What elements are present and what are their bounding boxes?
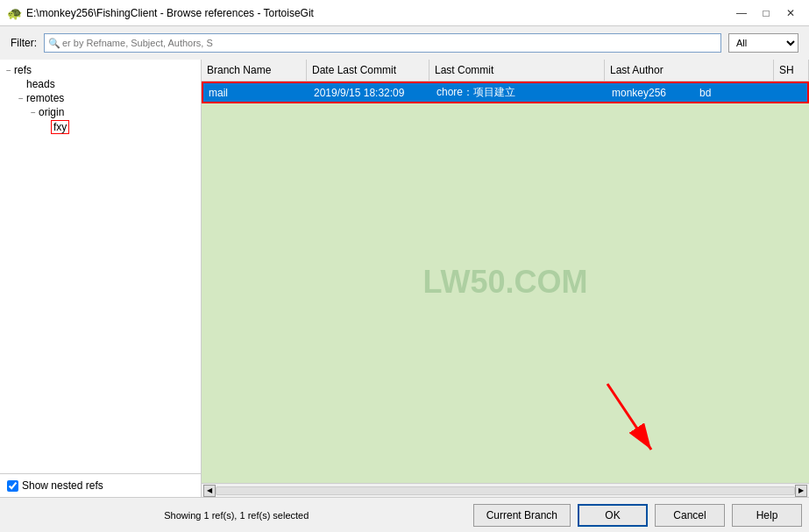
scrollbar-track[interactable]: [216, 486, 795, 495]
table-body: mail 2019/9/15 18:32:09 chore：项目建立 monke…: [202, 82, 809, 483]
tree-item-origin[interactable]: − origin: [0, 105, 201, 119]
tree-footer: Show nested refs: [0, 473, 201, 497]
td-branch: mail: [203, 85, 309, 101]
th-date-label: Date Last Commit: [312, 64, 396, 76]
scroll-left-btn[interactable]: ◀: [203, 485, 216, 497]
tree-panel: − refs heads − remotes − origin: [0, 60, 202, 497]
th-lastauthor-label: Last Author: [610, 64, 664, 76]
minimize-button[interactable]: —: [730, 4, 753, 23]
title-bar: 🐢 E:\monkey256\FishingClient - Browse re…: [0, 0, 809, 26]
tree-item-heads[interactable]: heads: [0, 77, 201, 91]
red-arrow-svg: [599, 375, 669, 463]
th-branch-label: Branch Name: [207, 64, 271, 76]
table-panel: Branch Name Date Last Commit Last Commit…: [202, 60, 809, 497]
ok-button[interactable]: OK: [578, 504, 648, 527]
tree-label-fxy: fxy: [51, 120, 69, 134]
expand-refs-icon: −: [4, 66, 14, 75]
tree-label-remotes: remotes: [26, 92, 64, 104]
tree-label-origin: origin: [39, 106, 64, 118]
show-nested-refs-checkbox[interactable]: [7, 480, 18, 492]
current-branch-button[interactable]: Current Branch: [473, 504, 571, 527]
table-header: Branch Name Date Last Commit Last Commit…: [202, 60, 809, 82]
th-sh-label: SH: [779, 64, 794, 76]
status-showing: Showing 1 ref(s), 1 ref(s) selected: [164, 510, 309, 521]
status-bar: Showing 1 ref(s), 1 ref(s) selected Curr…: [0, 497, 809, 532]
td-sh: bd: [694, 85, 729, 101]
cancel-button[interactable]: Cancel: [655, 504, 725, 527]
window-title: E:\monkey256\FishingClient - Browse refe…: [26, 7, 314, 19]
show-nested-refs-text: Show nested refs: [22, 479, 103, 492]
watermark: LW50.COM: [422, 264, 587, 301]
app-icon: 🐢: [7, 6, 21, 20]
td-lastcommit: chore：项目建立: [431, 83, 607, 102]
table-row[interactable]: mail 2019/9/15 18:32:09 chore：项目建立 monke…: [202, 82, 809, 103]
svg-line-1: [607, 384, 651, 450]
td-date: 2019/9/15 18:32:09: [309, 85, 431, 101]
tree-item-fxy[interactable]: fxy: [0, 119, 201, 135]
show-nested-refs-label[interactable]: Show nested refs: [7, 479, 103, 492]
title-bar-left: 🐢 E:\monkey256\FishingClient - Browse re…: [7, 6, 314, 20]
expand-remotes-icon: −: [16, 94, 26, 103]
search-icon: 🔍: [48, 38, 60, 49]
td-lastauthor: monkey256: [607, 85, 694, 101]
filter-bar: Filter: 🔍 All Heads Remotes Tags: [0, 26, 809, 60]
title-controls: — □ ✕: [730, 4, 802, 23]
th-lastauthor[interactable]: Last Author: [605, 60, 774, 81]
th-date[interactable]: Date Last Commit: [307, 60, 429, 81]
filter-dropdown[interactable]: All Heads Remotes Tags: [728, 33, 798, 53]
scrollbar-row: ◀ ▶: [202, 483, 809, 497]
close-button[interactable]: ✕: [779, 4, 802, 23]
tree-label-refs: refs: [14, 64, 32, 76]
status-text: Showing 1 ref(s), 1 ref(s) selected: [7, 510, 466, 521]
scroll-right-btn[interactable]: ▶: [795, 485, 807, 497]
filter-label: Filter:: [11, 37, 37, 49]
tree-label-heads: heads: [26, 78, 55, 90]
body-split: − refs heads − remotes − origin: [0, 60, 809, 497]
expand-origin-icon: −: [28, 108, 39, 117]
arrow-annotation: [599, 375, 669, 465]
tree-item-refs[interactable]: − refs: [0, 63, 201, 77]
tree-content: − refs heads − remotes − origin: [0, 60, 201, 473]
help-button[interactable]: Help: [732, 504, 802, 527]
th-branch[interactable]: Branch Name: [202, 60, 307, 81]
th-sh[interactable]: SH: [774, 60, 809, 81]
filter-input[interactable]: [62, 38, 717, 48]
th-lastcommit[interactable]: Last Commit: [429, 60, 605, 81]
tree-item-remotes[interactable]: − remotes: [0, 91, 201, 105]
filter-input-wrap[interactable]: 🔍: [44, 33, 721, 53]
th-lastcommit-label: Last Commit: [435, 64, 493, 76]
main-content: Filter: 🔍 All Heads Remotes Tags − refs: [0, 26, 809, 532]
maximize-button[interactable]: □: [755, 4, 777, 23]
